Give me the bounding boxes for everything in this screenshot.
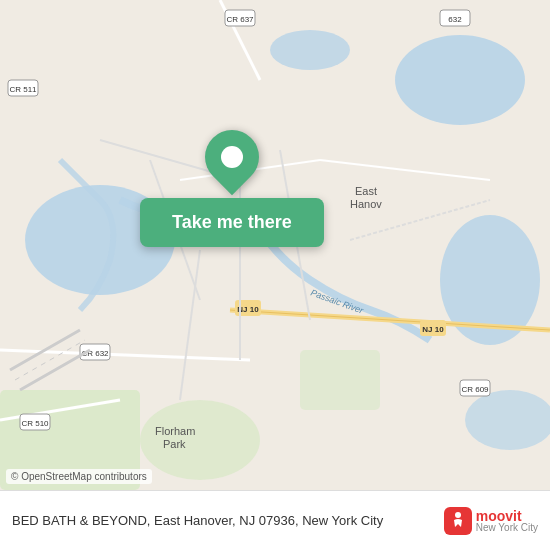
svg-text:CR 609: CR 609 xyxy=(461,385,489,394)
moovit-city-text: New York City xyxy=(476,523,538,533)
svg-text:Florham: Florham xyxy=(155,425,195,437)
location-info-text: BED BATH & BEYOND, East Hanover, NJ 0793… xyxy=(12,513,436,528)
osm-text: © OpenStreetMap contributors xyxy=(11,471,147,482)
svg-text:CR 637: CR 637 xyxy=(226,15,254,24)
svg-text:Hanov: Hanov xyxy=(350,198,382,210)
svg-text:CR 510: CR 510 xyxy=(21,419,49,428)
moovit-icon xyxy=(444,507,472,535)
location-pin xyxy=(202,130,262,200)
osm-attribution: © OpenStreetMap contributors xyxy=(6,469,152,484)
take-me-there-button[interactable]: Take me there xyxy=(140,198,324,247)
svg-point-1 xyxy=(395,35,525,125)
svg-text:632: 632 xyxy=(448,15,462,24)
svg-point-2 xyxy=(270,30,350,70)
bottom-bar: BED BATH & BEYOND, East Hanover, NJ 0793… xyxy=(0,490,550,550)
moovit-logo: moovit New York City xyxy=(444,507,538,535)
moovit-brand-text: moovit xyxy=(476,509,538,523)
location-popup: Take me there xyxy=(140,130,324,247)
map-container: NJ 10 NJ 10 CR 632 CR 510 CR 511 CR 637 … xyxy=(0,0,550,490)
svg-point-48 xyxy=(455,512,461,518)
svg-text:NJ 10: NJ 10 xyxy=(422,325,444,334)
svg-point-7 xyxy=(140,400,260,480)
pin-inner xyxy=(221,146,243,168)
svg-rect-8 xyxy=(300,350,380,410)
moovit-text-group: moovit New York City xyxy=(476,509,538,533)
pin-body xyxy=(194,119,270,195)
svg-text:East: East xyxy=(355,185,377,197)
svg-text:CR 511: CR 511 xyxy=(9,85,37,94)
svg-text:Park: Park xyxy=(163,438,186,450)
